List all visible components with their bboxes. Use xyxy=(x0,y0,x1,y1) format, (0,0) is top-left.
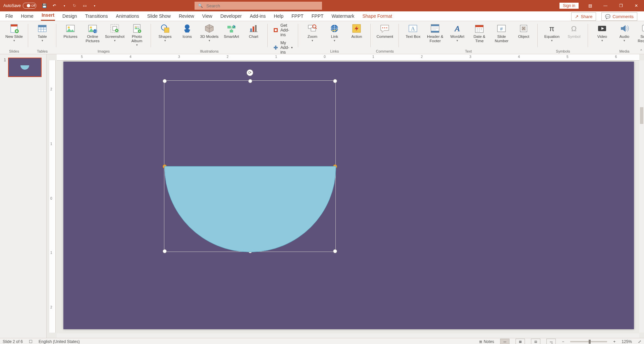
rotation-handle-icon[interactable]: ⟳ xyxy=(247,69,253,76)
resize-handle-ne[interactable] xyxy=(333,79,337,83)
resize-handle-nw[interactable] xyxy=(163,79,167,83)
tab-home[interactable]: Home xyxy=(20,12,34,21)
maximize-icon[interactable]: ❐ xyxy=(613,0,629,11)
resize-handle-se[interactable] xyxy=(333,249,337,253)
search-input[interactable] xyxy=(206,3,319,9)
v-ruler-tick: 2 xyxy=(50,305,52,309)
tab-view[interactable]: View xyxy=(202,12,213,21)
shapes-button[interactable]: Shapes▾ xyxy=(154,22,176,42)
new-slide-button[interactable]: New Slide▾ xyxy=(3,22,25,42)
action-button[interactable]: Action xyxy=(346,22,367,39)
zoom-slider[interactable] xyxy=(570,341,607,342)
comments-button[interactable]: 💬 Comments xyxy=(601,12,637,21)
thumbnail-row[interactable]: 1 xyxy=(0,56,46,78)
signin-button[interactable]: Sign in xyxy=(559,2,579,9)
text-box-button[interactable]: AText Box xyxy=(402,22,424,39)
smartart-button[interactable]: SmartArt xyxy=(221,22,242,39)
comment-button[interactable]: Comment xyxy=(374,22,395,39)
svg-rect-1 xyxy=(11,24,17,26)
tab-fppt[interactable]: FPPT xyxy=(311,12,324,21)
object-button[interactable]: Object xyxy=(513,22,534,39)
undo-icon[interactable]: ↶ xyxy=(52,3,57,8)
save-icon[interactable]: 💾 xyxy=(42,3,47,8)
tab-file[interactable]: File xyxy=(5,12,14,21)
screenshot-button[interactable]: Screenshot▾ xyxy=(104,22,125,42)
tab-watermark[interactable]: Watermark xyxy=(331,12,355,21)
tab-animations[interactable]: Animations xyxy=(115,12,140,21)
header-&-footer-button[interactable]: Header & Footer xyxy=(424,22,446,43)
get-add-ins-button[interactable]: Get Add-ins xyxy=(271,22,295,38)
tab-transitions[interactable]: Transitions xyxy=(85,12,109,21)
zoom-icon xyxy=(307,23,318,34)
video-button[interactable]: Video▾ xyxy=(591,22,613,42)
vertical-scroll-thumb[interactable] xyxy=(640,107,643,124)
ribbon-group-links: Zoom▾Link▾ActionLinks xyxy=(298,21,371,54)
link-button[interactable]: Link▾ xyxy=(324,22,345,42)
resize-handle-n[interactable] xyxy=(248,79,252,83)
zoom-slider-thumb[interactable] xyxy=(589,340,591,344)
autosave-toggle[interactable]: AutoSave Off xyxy=(0,3,40,9)
screen-recording-button[interactable]: Screen Recording xyxy=(636,22,644,43)
undo-more-icon[interactable]: ▾ xyxy=(62,3,67,8)
slide-thumbnail-panel[interactable]: 1 xyxy=(0,54,47,338)
reading-view-icon[interactable]: ▤ xyxy=(531,339,540,344)
equation-icon: π xyxy=(546,23,557,34)
search-box[interactable]: 🔍 xyxy=(195,2,322,10)
svg-rect-43 xyxy=(475,25,483,27)
zoom-level[interactable]: 125% xyxy=(622,339,632,344)
slide-sorter-view-icon[interactable]: ▦ xyxy=(516,339,525,344)
share-button[interactable]: ↗ Share xyxy=(571,12,596,21)
tab-slide-show[interactable]: Slide Show xyxy=(147,12,171,21)
tab-help[interactable]: Help xyxy=(273,12,284,21)
ribbon-group-text: AText BoxHeader & FooterAWordArt▾Date & … xyxy=(399,21,538,54)
my-add-ins-button[interactable]: My Add-ins▾ xyxy=(271,40,295,55)
chart-button[interactable]: Chart xyxy=(243,22,264,39)
audio-button[interactable]: Audio▾ xyxy=(613,22,635,42)
ribbon-display-options-icon[interactable]: ▤ xyxy=(582,0,598,11)
pictures-button[interactable]: Pictures xyxy=(60,22,81,39)
tab-add-ins[interactable]: Add-ins xyxy=(249,12,266,21)
tab-developer[interactable]: Developer xyxy=(220,12,243,21)
photo-album-button[interactable]: Photo Album▾ xyxy=(126,22,148,47)
redo-icon[interactable]: ↻ xyxy=(72,3,77,8)
start-from-beginning-icon[interactable]: ▭ xyxy=(82,3,87,8)
group-label: Links xyxy=(330,49,339,53)
slideshow-view-icon[interactable]: ▭̲ xyxy=(546,339,556,344)
customize-qat-icon[interactable]: ▾ xyxy=(92,3,97,8)
fit-to-window-icon[interactable]: ⤢ xyxy=(638,339,641,344)
slide-thumbnail[interactable] xyxy=(8,58,42,77)
slide[interactable]: ⟳ xyxy=(63,62,634,329)
tab-insert[interactable]: Insert xyxy=(41,11,55,21)
tab-design[interactable]: Design xyxy=(62,12,78,21)
resize-handle-sw[interactable] xyxy=(163,249,167,253)
3d-models-button[interactable]: 3D Models▾ xyxy=(199,22,220,42)
vertical-scrollbar[interactable] xyxy=(639,60,644,333)
wordart-button[interactable]: AWordArt▾ xyxy=(446,22,468,42)
horizontal-scrollbar[interactable] xyxy=(57,333,639,338)
normal-view-icon[interactable]: ▭ xyxy=(500,339,509,344)
comment-icon xyxy=(379,23,390,34)
language-status[interactable]: English (United States) xyxy=(39,339,80,344)
equation-button[interactable]: πEquation▾ xyxy=(541,22,562,42)
tab-review[interactable]: Review xyxy=(178,12,195,21)
minimize-icon[interactable]: — xyxy=(598,0,613,11)
table-button[interactable]: Table▾ xyxy=(32,22,53,42)
tab-shape-format[interactable]: Shape Format xyxy=(362,12,393,21)
shape-selection-box[interactable]: ⟳ xyxy=(164,80,336,252)
zoom-button[interactable]: Zoom▾ xyxy=(302,22,323,42)
slide-counter[interactable]: Slide 2 of 6 xyxy=(3,339,23,344)
zoom-out-icon[interactable]: − xyxy=(562,339,564,344)
date-&-time-button[interactable]: Date & Time xyxy=(469,22,490,43)
tab-fppt[interactable]: FPPT xyxy=(291,12,304,21)
zoom-in-icon[interactable]: + xyxy=(613,339,615,344)
slide-number-button[interactable]: #Slide Number xyxy=(491,22,512,43)
h-ruler-tick: 2 xyxy=(227,55,229,59)
icons-button[interactable]: Icons xyxy=(176,22,198,39)
close-icon[interactable]: ✕ xyxy=(629,0,644,11)
collapse-ribbon-icon[interactable]: ^ xyxy=(640,49,642,53)
online-pictures-button[interactable]: Online Pictures xyxy=(82,22,103,43)
date-&-time-icon xyxy=(474,23,485,34)
notes-button[interactable]: ≣ Notes xyxy=(479,339,494,344)
accessibility-icon[interactable]: ☐ xyxy=(29,339,33,344)
half-circle-shape[interactable] xyxy=(164,166,336,252)
